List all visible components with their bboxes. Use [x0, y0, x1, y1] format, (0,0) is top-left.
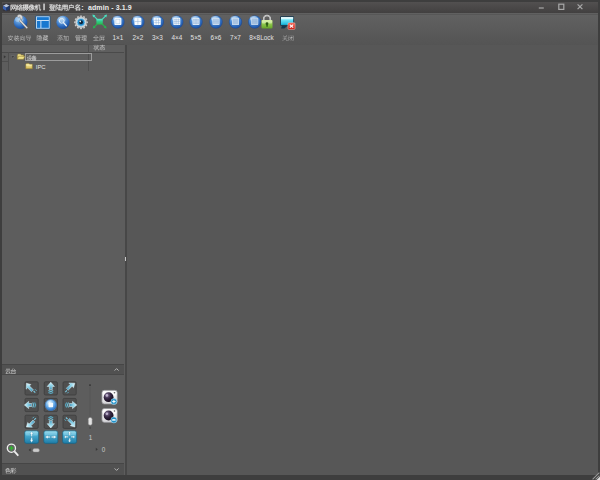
svg-text:Lock: Lock [260, 34, 274, 41]
svg-text:admin - 3.1.9: admin - 3.1.9 [88, 4, 132, 11]
svg-text:7×7: 7×7 [230, 34, 241, 41]
svg-text:1×1: 1×1 [112, 34, 123, 41]
svg-text:8×8: 8×8 [249, 34, 260, 41]
svg-text:5×5: 5×5 [191, 34, 202, 41]
svg-text:4×4: 4×4 [171, 34, 182, 41]
svg-text:IPC: IPC [36, 64, 47, 70]
svg-text:2×2: 2×2 [132, 34, 143, 41]
svg-text:1: 1 [89, 434, 93, 441]
svg-text:0: 0 [102, 446, 106, 453]
svg-text:6×6: 6×6 [211, 34, 222, 41]
svg-text:3×3: 3×3 [152, 34, 163, 41]
svg-text::: : [81, 4, 83, 11]
